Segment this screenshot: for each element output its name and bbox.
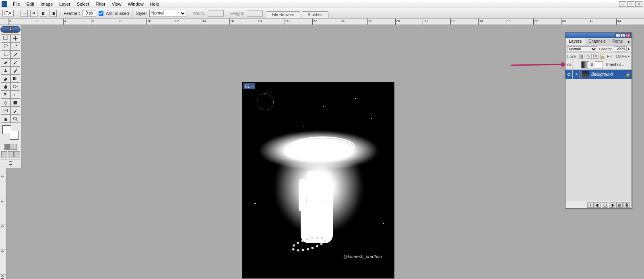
toolbox: T xyxy=(0,25,21,168)
panel-maximize-icon[interactable]: □ xyxy=(621,33,625,37)
healing-brush-tool[interactable] xyxy=(1,58,10,66)
menu-view[interactable]: View xyxy=(109,1,125,7)
dodge-tool[interactable] xyxy=(10,83,20,91)
lock-transparency-icon[interactable]: ▦ xyxy=(579,54,584,59)
selection-intersect-icon[interactable]: ◨ xyxy=(50,10,57,17)
tab-file-browser[interactable]: File Browser xyxy=(266,11,300,18)
tab-layers[interactable]: Layers xyxy=(566,38,585,45)
artwork-image: @kamesh_pradhan xyxy=(242,82,394,278)
panel-minimize-icon[interactable]: – xyxy=(615,33,620,37)
antialias-checkbox[interactable] xyxy=(99,11,103,16)
selection-marquee xyxy=(257,93,274,110)
magic-wand-tool[interactable] xyxy=(10,42,20,50)
pen-tool[interactable] xyxy=(1,99,10,107)
visibility-toggle[interactable] xyxy=(566,60,573,69)
crop-tool[interactable] xyxy=(1,50,10,58)
lock-position-icon[interactable]: ✥ xyxy=(593,54,599,59)
eyedropper-tool[interactable] xyxy=(10,107,20,115)
tab-paths[interactable]: Paths xyxy=(609,38,627,45)
palette-well: File Browser Brushes xyxy=(266,11,328,18)
minimize-button[interactable]: – xyxy=(619,1,626,7)
brush-tool[interactable] xyxy=(10,58,20,66)
menu-image[interactable]: Image xyxy=(37,1,56,7)
new-adjustment-icon[interactable]: ◑ xyxy=(609,202,615,208)
hand-tool[interactable] xyxy=(1,115,10,123)
mask-link-icon[interactable]: ⊟ xyxy=(590,63,594,66)
tab-brushes[interactable]: Brushes xyxy=(302,11,329,18)
layer-thumb-icon[interactable] xyxy=(581,71,589,78)
menu-filter[interactable]: Filter xyxy=(92,1,108,7)
rect-marquee-tool[interactable] xyxy=(1,34,10,42)
link-cell[interactable] xyxy=(573,60,580,69)
marquee-shape-selector[interactable]: ▾ xyxy=(2,10,14,17)
layer-row[interactable]: ✎ Background 🔒 xyxy=(566,70,632,79)
menu-layer[interactable]: Layer xyxy=(56,1,74,7)
layer-row[interactable]: ⊟ Threshol... xyxy=(566,60,632,70)
window-controls: – □ × xyxy=(619,1,642,7)
clone-stamp-tool[interactable] xyxy=(1,66,10,74)
lock-icon: 🔒 xyxy=(625,72,632,76)
panel-menu-icon[interactable]: ▸ xyxy=(626,38,632,45)
adjustment-thumb-icon[interactable] xyxy=(581,61,589,68)
layer-name[interactable]: Background xyxy=(590,72,625,76)
delete-layer-icon[interactable]: 🗑 xyxy=(623,202,630,208)
path-select-tool[interactable] xyxy=(1,91,10,99)
slice-tool[interactable] xyxy=(10,50,20,58)
lock-all-icon[interactable]: 🔒 xyxy=(600,54,605,59)
jump-to-imageready-icon[interactable] xyxy=(1,159,20,167)
blend-mode-select[interactable]: Normal xyxy=(567,46,597,52)
layer-style-icon[interactable]: ƒ xyxy=(587,202,594,208)
type-tool[interactable]: T xyxy=(10,91,20,99)
svg-rect-2 xyxy=(4,61,8,64)
layer-mask-icon[interactable]: ◐ xyxy=(594,202,601,208)
menu-edit[interactable]: Edit xyxy=(23,1,37,7)
panel-close-icon[interactable]: × xyxy=(626,33,631,37)
blur-tool[interactable] xyxy=(1,83,10,91)
panel-titlebar[interactable]: – □ × xyxy=(566,33,632,38)
selection-subtract-icon[interactable]: ◧ xyxy=(40,10,47,17)
standard-mode-icon[interactable] xyxy=(4,144,10,150)
opacity-value[interactable]: 100% xyxy=(614,46,627,52)
svg-point-1 xyxy=(4,44,8,47)
height-input xyxy=(247,10,263,17)
history-brush-tool[interactable] xyxy=(10,66,20,74)
menu-file[interactable]: File xyxy=(10,1,23,7)
menu-window[interactable]: Window xyxy=(125,1,147,7)
selection-new-icon[interactable]: ▭ xyxy=(21,10,28,17)
move-tool[interactable] xyxy=(10,34,20,42)
feather-input[interactable] xyxy=(83,10,96,17)
opacity-flyout-icon[interactable]: ▸ xyxy=(628,47,630,51)
notes-tool[interactable] xyxy=(1,107,10,115)
lasso-tool[interactable] xyxy=(1,42,10,50)
close-button[interactable]: × xyxy=(635,1,642,7)
layer-name[interactable]: Threshol... xyxy=(604,62,632,67)
shape-tool[interactable] xyxy=(10,99,20,107)
eraser-tool[interactable] xyxy=(1,74,10,83)
opacity-label: Opacity: xyxy=(599,47,612,51)
visibility-toggle[interactable] xyxy=(566,70,573,79)
screen-full-menus-icon[interactable] xyxy=(8,151,14,157)
color-swatch[interactable] xyxy=(2,125,19,140)
fill-flyout-icon[interactable]: ▸ xyxy=(628,54,630,58)
menu-help[interactable]: Help xyxy=(147,1,163,7)
fill-value[interactable]: 100% xyxy=(615,54,627,59)
style-select[interactable]: Normal xyxy=(149,10,186,17)
foreground-color-swatch[interactable] xyxy=(2,125,11,134)
menu-select[interactable]: Select xyxy=(74,1,93,7)
tab-channels[interactable]: Channels xyxy=(585,38,609,45)
mask-thumb-icon[interactable] xyxy=(595,61,603,68)
selection-add-icon[interactable]: ⧉ xyxy=(30,10,37,17)
svg-rect-6 xyxy=(14,101,17,105)
gradient-tool[interactable] xyxy=(10,74,20,83)
quickmask-mode-icon[interactable] xyxy=(11,144,17,150)
zoom-tool[interactable] xyxy=(10,115,20,123)
active-brush-icon[interactable]: ✎ xyxy=(573,70,580,79)
document-canvas[interactable]: 01× @kamesh_pradhan xyxy=(242,82,394,279)
new-layer-icon[interactable]: ▤ xyxy=(616,202,623,208)
screen-full-icon[interactable] xyxy=(14,151,20,157)
restore-button[interactable]: □ xyxy=(627,1,634,7)
new-set-icon[interactable]: ▢ xyxy=(602,202,608,208)
lock-paint-icon[interactable]: ✎ xyxy=(586,54,591,59)
screen-standard-icon[interactable] xyxy=(1,151,7,157)
svg-rect-0 xyxy=(4,36,8,40)
